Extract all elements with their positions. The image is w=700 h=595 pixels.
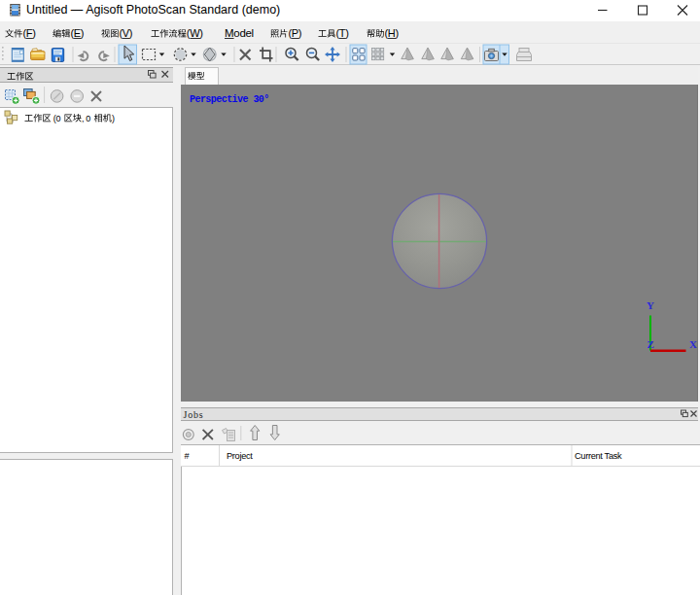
svg-text:(P): (P) (289, 28, 302, 39)
svg-text:Model: Model (225, 28, 254, 39)
svg-text:Y: Y (647, 299, 654, 311)
svg-text:Z: Z (648, 338, 654, 350)
svg-text:X: X (689, 338, 697, 350)
svg-text:): ) (112, 114, 115, 123)
svg-text:(0: (0 (51, 114, 62, 123)
svg-text:(T): (T) (336, 28, 349, 39)
svg-text:(V): (V) (119, 28, 132, 39)
svg-text:(E): (E) (70, 28, 84, 39)
svg-text:(F): (F) (23, 28, 36, 39)
svg-text:, 0: , 0 (82, 114, 92, 123)
svg-text:(W): (W) (186, 28, 202, 39)
svg-text:(H): (H) (385, 28, 399, 39)
